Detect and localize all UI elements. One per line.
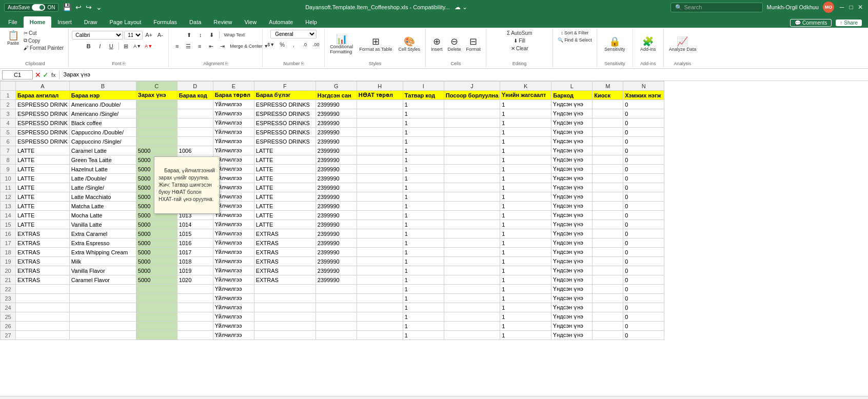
cell-r2c4[interactable]: Үйлчилгээ: [213, 100, 254, 109]
align-left-button[interactable]: ≡: [172, 41, 182, 51]
cell-r20c13[interactable]: 0: [623, 266, 664, 275]
cell-r12c13[interactable]: 0: [623, 192, 664, 202]
cell-r17c7[interactable]: [357, 238, 403, 248]
cell-r15c3[interactable]: 1014: [177, 220, 213, 229]
cell-r22c4[interactable]: Үйлчилгээ: [213, 285, 254, 294]
cell-reference-input[interactable]: [2, 70, 33, 79]
format-button[interactable]: ⊟ Format: [464, 36, 483, 53]
cell-r25c11[interactable]: Үндсэн үнэ: [551, 312, 593, 322]
cell-r22c3[interactable]: [177, 285, 213, 294]
cell-r2c9[interactable]: [444, 100, 500, 109]
cell-r7c1[interactable]: Caramel Latte: [69, 146, 136, 155]
cell-r19c1[interactable]: Milk: [69, 257, 136, 266]
cell-r16c10[interactable]: 1: [500, 229, 551, 238]
cell-r2c6[interactable]: 2399990: [315, 100, 357, 109]
cell-r27c7[interactable]: [357, 331, 403, 340]
cell-r7c2[interactable]: 5000: [136, 146, 177, 155]
insert-button[interactable]: ⊕ Insert: [429, 36, 445, 53]
cell-r22c13[interactable]: 0: [623, 285, 664, 294]
format-as-table-button[interactable]: ⊞ Format as Table: [357, 36, 394, 53]
cell-g1[interactable]: Нэгдсэн сан: [315, 91, 357, 100]
cell-r24c4[interactable]: Үйлчилгээ: [213, 303, 254, 312]
cell-r10c10[interactable]: 1: [500, 174, 551, 183]
cell-r17c1[interactable]: Extra Espresso: [69, 238, 136, 248]
cell-r4c9[interactable]: [444, 118, 500, 128]
cell-r7c12[interactable]: [593, 146, 623, 155]
cell-r18c11[interactable]: Үндсэн үнэ: [551, 248, 593, 257]
cell-r9c5[interactable]: LATTE: [254, 165, 315, 174]
decrease-decimal-button[interactable]: .0: [300, 39, 310, 50]
cell-r2c1[interactable]: Americano /Double/: [69, 100, 136, 109]
cell-r17c13[interactable]: 0: [623, 238, 664, 248]
tab-formulas[interactable]: Formulas: [147, 16, 183, 28]
cell-r6c7[interactable]: [357, 137, 403, 146]
cell-r15c8[interactable]: 1: [403, 220, 444, 229]
cell-r22c7[interactable]: [357, 285, 403, 294]
customize-icon[interactable]: ⌄: [96, 3, 102, 11]
cell-r13c6[interactable]: 2399990: [315, 202, 357, 211]
cell-r26c8[interactable]: 1: [403, 322, 444, 331]
cell-r11c0[interactable]: LATTE: [16, 183, 70, 192]
cell-r17c12[interactable]: [593, 238, 623, 248]
cell-r3c12[interactable]: [593, 109, 623, 118]
cell-r10c5[interactable]: LATTE: [254, 174, 315, 183]
cell-r21c1[interactable]: Caramel Flavor: [69, 275, 136, 285]
cell-r11c9[interactable]: [444, 183, 500, 192]
col-header-d[interactable]: D: [177, 82, 213, 91]
cell-f1[interactable]: Бараа бүлэг: [254, 91, 315, 100]
cell-r23c11[interactable]: Үндсэн үнэ: [551, 294, 593, 303]
cell-r16c13[interactable]: 0: [623, 229, 664, 238]
cell-r14c9[interactable]: [444, 211, 500, 220]
tab-help[interactable]: Help: [299, 16, 323, 28]
cell-r5c12[interactable]: [593, 128, 623, 137]
cell-r18c2[interactable]: 5000: [136, 248, 177, 257]
clear-button[interactable]: ✕ Clear: [509, 45, 530, 52]
cell-r18c12[interactable]: [593, 248, 623, 257]
cell-r17c2[interactable]: 5000: [136, 238, 177, 248]
cell-r11c1[interactable]: Latte /Single/: [69, 183, 136, 192]
cell-r20c8[interactable]: 1: [403, 266, 444, 275]
tab-home[interactable]: Home: [24, 16, 52, 28]
tab-file[interactable]: File: [2, 16, 24, 28]
cell-r3c8[interactable]: 1: [403, 109, 444, 118]
formula-confirm-icon[interactable]: ✓: [43, 71, 49, 79]
col-header-b[interactable]: B: [69, 82, 136, 91]
cell-r5c8[interactable]: 1: [403, 128, 444, 137]
cell-r13c0[interactable]: LATTE: [16, 202, 70, 211]
cell-r26c5[interactable]: [254, 322, 315, 331]
cell-n1[interactable]: Хэмжих нэгж: [623, 91, 664, 100]
align-middle-button[interactable]: ↕: [195, 30, 206, 40]
cell-r22c0[interactable]: [16, 285, 70, 294]
cell-r8c13[interactable]: 0: [623, 155, 664, 165]
cell-r16c6[interactable]: 2399990: [315, 229, 357, 238]
cell-r10c7[interactable]: [357, 174, 403, 183]
close-button[interactable]: ✕: [857, 4, 864, 11]
cell-r19c4[interactable]: Үйлчилгээ: [213, 257, 254, 266]
cell-r16c11[interactable]: Үндсэн үнэ: [551, 229, 593, 238]
col-header-i[interactable]: I: [403, 82, 444, 91]
border-button[interactable]: ⊞: [121, 41, 131, 51]
cell-r16c3[interactable]: 1015: [177, 229, 213, 238]
cell-r6c8[interactable]: 1: [403, 137, 444, 146]
cell-r24c12[interactable]: [593, 303, 623, 312]
cell-a1[interactable]: Бараа ангилал: [16, 91, 70, 100]
cell-r4c13[interactable]: 0: [623, 118, 664, 128]
cell-r16c2[interactable]: 5000: [136, 229, 177, 238]
cell-r17c0[interactable]: EXTRAS: [16, 238, 70, 248]
cell-r12c10[interactable]: 1: [500, 192, 551, 202]
cell-r23c0[interactable]: [16, 294, 70, 303]
cell-r4c7[interactable]: [357, 118, 403, 128]
cell-r4c2[interactable]: [136, 118, 177, 128]
cell-r23c10[interactable]: 1: [500, 294, 551, 303]
cell-r4c5[interactable]: ESPRESSO DRINKS: [254, 118, 315, 128]
cell-r14c6[interactable]: 2399990: [315, 211, 357, 220]
cell-r25c5[interactable]: [254, 312, 315, 322]
cell-r10c12[interactable]: [593, 174, 623, 183]
increase-indent-button[interactable]: ⇥: [217, 41, 227, 51]
cell-r26c9[interactable]: [444, 322, 500, 331]
cell-r11c13[interactable]: 0: [623, 183, 664, 192]
cell-r4c11[interactable]: Үндсэн үнэ: [551, 118, 593, 128]
cell-r12c5[interactable]: LATTE: [254, 192, 315, 202]
cell-r20c12[interactable]: [593, 266, 623, 275]
font-name-select[interactable]: Calibri: [72, 31, 123, 39]
